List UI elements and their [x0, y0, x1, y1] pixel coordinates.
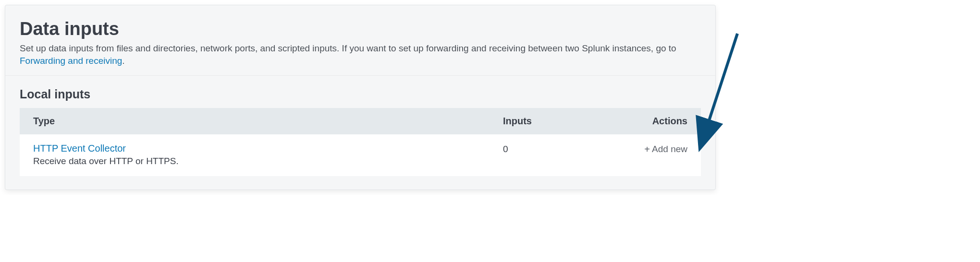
table-header-row: Type Inputs Actions — [20, 108, 701, 134]
description-text-pre: Set up data inputs from files and direct… — [20, 43, 676, 53]
col-header-type: Type — [20, 108, 490, 134]
page-header: Data inputs Set up data inputs from file… — [5, 5, 715, 76]
cell-inputs-count: 0 — [490, 134, 576, 176]
row-description: Receive data over HTTP or HTTPS. — [33, 156, 179, 166]
forwarding-receiving-link[interactable]: Forwarding and receiving — [20, 56, 122, 66]
cell-type: HTTP Event Collector Receive data over H… — [20, 134, 490, 176]
http-event-collector-link[interactable]: HTTP Event Collector — [33, 143, 126, 154]
page-title: Data inputs — [20, 19, 701, 39]
table-row: HTTP Event Collector Receive data over H… — [20, 134, 701, 176]
add-new-button[interactable]: + Add new — [644, 144, 687, 155]
data-inputs-panel: Data inputs Set up data inputs from file… — [5, 5, 716, 190]
local-inputs-table: Type Inputs Actions HTTP Event Collector… — [20, 108, 701, 176]
description-text-post: . — [122, 56, 124, 66]
col-header-inputs: Inputs — [490, 108, 576, 134]
add-new-label: Add new — [652, 144, 687, 155]
page-description: Set up data inputs from files and direct… — [20, 42, 701, 67]
cell-actions: + Add new — [576, 134, 701, 176]
col-header-actions: Actions — [576, 108, 701, 134]
section-title-local-inputs: Local inputs — [5, 76, 715, 108]
plus-icon: + — [644, 144, 650, 154]
local-inputs-table-wrap: Type Inputs Actions HTTP Event Collector… — [5, 108, 715, 190]
